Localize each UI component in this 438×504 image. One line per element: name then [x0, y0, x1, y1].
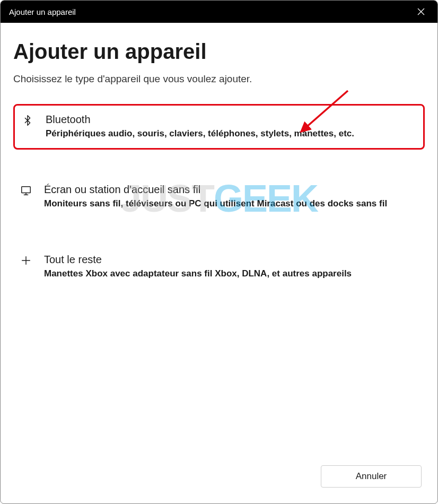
- option-everything-else[interactable]: Tout le reste Manettes Xbox avec adaptat…: [13, 244, 425, 290]
- cancel-button[interactable]: Annuler: [321, 465, 422, 488]
- option-wireless-display-text: Écran ou station d'accueil sans fil Moni…: [44, 184, 418, 210]
- option-everything-else-text: Tout le reste Manettes Xbox avec adaptat…: [44, 254, 418, 280]
- titlebar: Ajouter un appareil: [1, 1, 437, 23]
- option-bluetooth-text: Bluetooth Périphériques audio, souris, c…: [46, 114, 417, 140]
- window-title: Ajouter un appareil: [9, 7, 76, 16]
- page-title: Ajouter un appareil: [13, 40, 425, 64]
- monitor-icon: [15, 184, 37, 196]
- bluetooth-icon: [17, 114, 38, 126]
- plus-icon: [15, 254, 37, 266]
- page-subtitle: Choisissez le type d'appareil que vous v…: [13, 73, 425, 85]
- option-bluetooth-title: Bluetooth: [46, 114, 417, 126]
- option-wireless-display-desc: Moniteurs sans fil, téléviseurs ou PC qu…: [44, 198, 418, 210]
- option-bluetooth-desc: Périphériques audio, souris, claviers, t…: [46, 128, 417, 140]
- close-button[interactable]: [413, 4, 429, 20]
- add-device-dialog: Ajouter un appareil JUSTGEEK Ajouter un …: [0, 0, 438, 504]
- option-wireless-display[interactable]: Écran ou station d'accueil sans fil Moni…: [13, 174, 425, 220]
- dialog-footer: Annuler: [13, 460, 425, 491]
- dialog-content: JUSTGEEK Ajouter un appareil Choisissez …: [1, 23, 437, 503]
- close-icon: [417, 8, 425, 15]
- option-everything-else-title: Tout le reste: [44, 254, 418, 266]
- option-everything-else-desc: Manettes Xbox avec adaptateur sans fil X…: [44, 268, 418, 280]
- option-wireless-display-title: Écran ou station d'accueil sans fil: [44, 184, 418, 196]
- option-bluetooth[interactable]: Bluetooth Périphériques audio, souris, c…: [13, 104, 425, 150]
- svg-rect-4: [22, 187, 31, 193]
